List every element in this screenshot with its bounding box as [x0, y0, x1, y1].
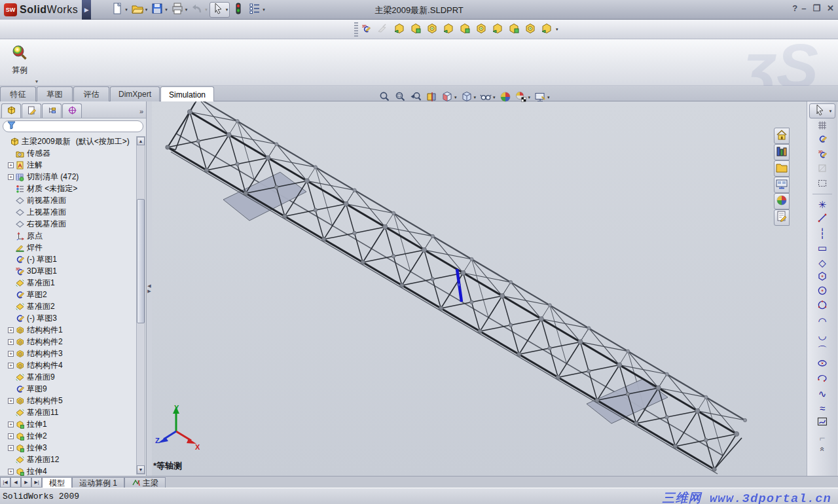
expand-box[interactable]: +: [8, 174, 14, 180]
open-button[interactable]: ▾: [130, 2, 149, 18]
undo-button[interactable]: ▾: [189, 2, 209, 18]
zoom-to-fit-button[interactable]: [376, 90, 392, 105]
tree-item[interactable]: (-) 草图3: [1, 312, 136, 324]
tree-item[interactable]: +拉伸4: [1, 465, 136, 476]
ellipse-tool[interactable]: [809, 357, 835, 372]
tree-item[interactable]: 草图9: [1, 383, 136, 395]
tree-item[interactable]: +A注解: [1, 159, 136, 171]
dropdown-arrow[interactable]: ▾: [474, 95, 477, 100]
spline-on-surface-tool[interactable]: [809, 416, 835, 430]
dimxpertmanager-tab[interactable]: [62, 103, 82, 118]
convert-entities-tool[interactable]: [809, 162, 835, 177]
chamfer-button[interactable]: [522, 21, 538, 38]
tree-item[interactable]: 基准面12: [1, 454, 136, 465]
expand-box[interactable]: +: [8, 469, 14, 475]
three-point-arc-tool[interactable]: ⌒: [809, 342, 835, 357]
expand-box[interactable]: +: [8, 363, 14, 369]
truss-model[interactable]: [152, 101, 807, 476]
tree-item[interactable]: 上视基准面: [1, 206, 136, 218]
restore-button[interactable]: ❐: [812, 3, 820, 13]
more-tools-chevron[interactable]: «: [818, 447, 827, 452]
extruded-boss-button[interactable]: [424, 21, 440, 38]
previous-view-button[interactable]: [408, 90, 424, 105]
tree-item[interactable]: +结构构件5: [1, 395, 136, 406]
tree-root-item[interactable]: 主梁2009最新(默认<按加工>): [1, 135, 136, 147]
corner-rectangle-tool[interactable]: ▭: [809, 241, 835, 255]
tree-item[interactable]: 基准面1: [1, 277, 136, 289]
expand-box[interactable]: +: [8, 327, 14, 333]
sheet-tab-运动算例 1[interactable]: 运动算例 1: [72, 477, 124, 488]
gusset-button[interactable]: [473, 21, 489, 38]
tree-item[interactable]: 基准面9: [1, 371, 136, 383]
section-view-button[interactable]: [424, 90, 439, 105]
select-tool[interactable]: ▾: [809, 103, 835, 118]
sketch-tool[interactable]: [809, 133, 835, 147]
dropdown-arrow[interactable]: ▾: [454, 95, 457, 100]
configurationmanager-tab[interactable]: [42, 103, 62, 118]
hide-show-items-button[interactable]: ▾: [478, 90, 498, 105]
tree-item[interactable]: 3D3D草图1: [1, 265, 136, 277]
performance-button[interactable]: [230, 2, 246, 18]
tab-DimXpert[interactable]: DimXpert: [110, 86, 160, 101]
prev-sheet-button[interactable]: ◀: [10, 477, 21, 488]
graphics-area[interactable]: YXZ *等轴测: [152, 101, 807, 476]
tree-item[interactable]: 草图2: [1, 289, 136, 300]
tree-item[interactable]: 材质 <未指定>: [1, 183, 136, 194]
spline-tool[interactable]: ∿: [809, 386, 835, 401]
dropdown-arrow[interactable]: ▾: [145, 7, 148, 12]
menu-expand-arrow[interactable]: ▶: [82, 0, 91, 20]
tree-item[interactable]: (-) 草图1: [1, 253, 136, 265]
tree-item[interactable]: +拉伸1: [1, 418, 136, 430]
view-settings-button[interactable]: ▾: [513, 90, 533, 105]
partial-ellipse-tool[interactable]: [809, 372, 835, 386]
file-explorer-tab[interactable]: [774, 160, 790, 177]
expand-box[interactable]: +: [8, 162, 14, 168]
scroll-up-arrow[interactable]: ▲: [137, 137, 145, 145]
expand-box[interactable]: +: [8, 422, 14, 427]
grid-tool[interactable]: [809, 118, 835, 133]
tab-评估[interactable]: 评估: [73, 86, 109, 101]
next-sheet-button[interactable]: ▶: [21, 477, 31, 488]
3d-sketch-button[interactable]: 3D: [358, 21, 374, 38]
tree-filter-input[interactable]: [18, 122, 139, 130]
expand-box[interactable]: +: [8, 445, 14, 451]
3d-sketch-tool[interactable]: 3D: [809, 147, 835, 162]
dropdown-arrow[interactable]: ▾: [829, 109, 832, 114]
help-button[interactable]: ?: [792, 3, 797, 13]
appearances-scenes-tab[interactable]: [774, 193, 790, 209]
scroll-down-arrow[interactable]: ▼: [137, 465, 145, 474]
new-document-button[interactable]: ▾: [109, 2, 129, 18]
dropdown-arrow[interactable]: ▾: [547, 95, 550, 100]
extruded-cut-button[interactable]: [440, 21, 456, 38]
dropdown-arrow[interactable]: ▾: [125, 7, 128, 12]
weld-bead-button[interactable]: [489, 21, 505, 38]
tree-item[interactable]: +拉伸2: [1, 430, 136, 442]
tab-草图[interactable]: 草图: [37, 86, 73, 101]
display-style-button[interactable]: ▾: [459, 90, 479, 105]
dropdown-arrow[interactable]: ▾: [493, 95, 496, 100]
tab-Simulation[interactable]: Simulation: [160, 86, 214, 102]
options-button[interactable]: ▾: [247, 2, 266, 18]
end-cap-button[interactable]: [456, 21, 473, 38]
tree-item[interactable]: +结构构件1: [1, 324, 136, 336]
circle-tool[interactable]: [809, 285, 835, 299]
perimeter-circle-tool[interactable]: [809, 299, 835, 314]
first-sheet-button[interactable]: |◀: [0, 477, 10, 488]
hole-wizard-button[interactable]: [505, 21, 522, 38]
polygon-tool[interactable]: [809, 270, 835, 284]
design-library-tab[interactable]: [774, 144, 790, 160]
print-button[interactable]: ▾: [170, 2, 189, 18]
edit-appearance-button[interactable]: ▾: [532, 90, 552, 105]
custom-properties-tab[interactable]: [774, 209, 790, 226]
tree-item[interactable]: +结构构件4: [1, 359, 136, 371]
parallelogram-tool[interactable]: ◇: [809, 255, 835, 270]
sheet-tab-模型[interactable]: 模型: [42, 477, 72, 488]
dropdown-arrow[interactable]: ▾: [528, 95, 531, 100]
dropdown-arrow[interactable]: ▾: [226, 7, 228, 12]
tree-item[interactable]: +结构构件3: [1, 348, 136, 359]
featuremanager-tab[interactable]: [1, 103, 21, 118]
dropdown-arrow[interactable]: ▾: [263, 7, 265, 12]
dropdown-arrow[interactable]: ▾: [185, 7, 188, 12]
command-manager-collapse-arrow[interactable]: ▾: [35, 79, 38, 84]
tree-item[interactable]: +切割清单 (472): [1, 171, 136, 183]
